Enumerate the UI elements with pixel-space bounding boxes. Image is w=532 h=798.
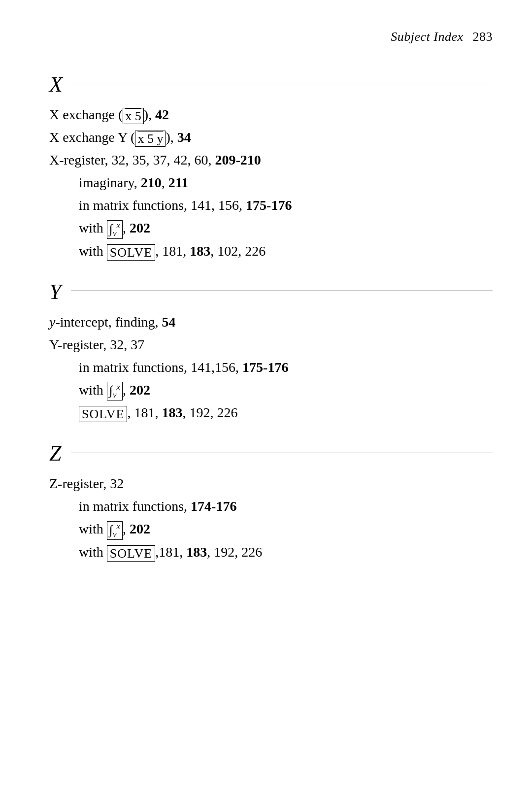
key-x5: x 5 — [123, 108, 144, 124]
x-matrix-pages: 175-176 — [246, 198, 292, 213]
section-z-heading: Z — [49, 443, 493, 465]
x-fv-page: 202 — [130, 220, 150, 235]
section-x-line — [72, 84, 493, 84]
entry-x-matrix: in matrix functions, 141, 156, 175-176 — [79, 195, 493, 216]
header-page: 283 — [473, 30, 493, 44]
entry-x-exchange: X exchange (x 5), 42 — [49, 104, 493, 125]
x-imaginary-pages2: 211 — [168, 175, 188, 190]
section-z: Z Z-register, 32 in matrix functions, 17… — [49, 443, 493, 563]
section-z-line — [71, 453, 493, 453]
x-solve-page1: 183 — [190, 243, 210, 259]
x-exchange-page: 42 — [155, 107, 169, 122]
y-italic: y — [49, 314, 55, 330]
solve-key-y: SOLVE — [79, 406, 127, 422]
section-y-line — [71, 291, 493, 291]
x-register-pages: 209-210 — [215, 152, 261, 167]
integral-key-y: ∫vx — [107, 382, 123, 400]
x-imaginary-pages: 210 — [141, 175, 162, 190]
entry-x-register: X-register, 32, 35, 37, 42, 60, 209-210 — [49, 150, 493, 170]
entry-z-matrix: in matrix functions, 174-176 — [79, 496, 493, 517]
entry-y-register: Y-register, 32, 37 — [49, 334, 493, 355]
section-y-letter: Y — [49, 281, 61, 303]
z-fv-page: 202 — [130, 521, 150, 536]
z-matrix-pages: 174-176 — [191, 499, 236, 514]
y-intercept-page: 54 — [162, 314, 176, 330]
z-solve-page1: 183 — [186, 544, 207, 560]
entry-x-with-fv: with ∫vx, 202 — [79, 218, 493, 239]
section-x: X X exchange (x 5), 42 X exchange Y (x 5… — [49, 74, 493, 262]
entry-x-exchange-y: X exchange Y (x 5 y), 34 — [49, 127, 493, 148]
entry-z-with-fv: with ∫vx, 202 — [79, 519, 493, 540]
entry-x-with-solve: with SOLVE, 181, 183, 102, 226 — [79, 241, 493, 262]
integral-key-x: ∫vx — [107, 220, 123, 239]
entry-x-imaginary: imaginary, 210, 211 — [79, 172, 493, 193]
entry-y-matrix: in matrix functions, 141,156, 175-176 — [79, 357, 493, 378]
solve-key-z: SOLVE — [107, 545, 155, 562]
y-matrix-pages: 175-176 — [242, 360, 288, 375]
section-y-heading: Y — [49, 281, 493, 303]
header-title: Subject Index — [391, 30, 463, 44]
solve-key-x: SOLVE — [107, 244, 155, 261]
x-exchange-y-page: 34 — [177, 130, 191, 145]
section-x-letter: X — [49, 74, 63, 96]
entry-y-solve: SOLVE, 181, 183, 192, 226 — [79, 402, 493, 423]
entry-y-with-fv: with ∫vx, 202 — [79, 380, 493, 401]
y-fv-page: 202 — [130, 382, 150, 398]
integral-key-z: ∫vx — [107, 521, 123, 540]
entry-y-intercept: y-intercept, finding, 54 — [49, 312, 493, 332]
main-content: X X exchange (x 5), 42 X exchange Y (x 5… — [49, 74, 493, 582]
section-x-heading: X — [49, 74, 493, 96]
y-solve-page1: 183 — [162, 405, 182, 420]
entry-z-with-solve: with SOLVE,181, 183, 192, 226 — [79, 542, 493, 563]
page-header: Subject Index 283 — [391, 30, 493, 44]
entry-z-register: Z-register, 32 — [49, 473, 493, 494]
key-x5y: x 5 y — [135, 131, 166, 147]
section-z-letter: Z — [49, 443, 61, 465]
section-y: Y y-intercept, finding, 54 Y-register, 3… — [49, 281, 493, 424]
